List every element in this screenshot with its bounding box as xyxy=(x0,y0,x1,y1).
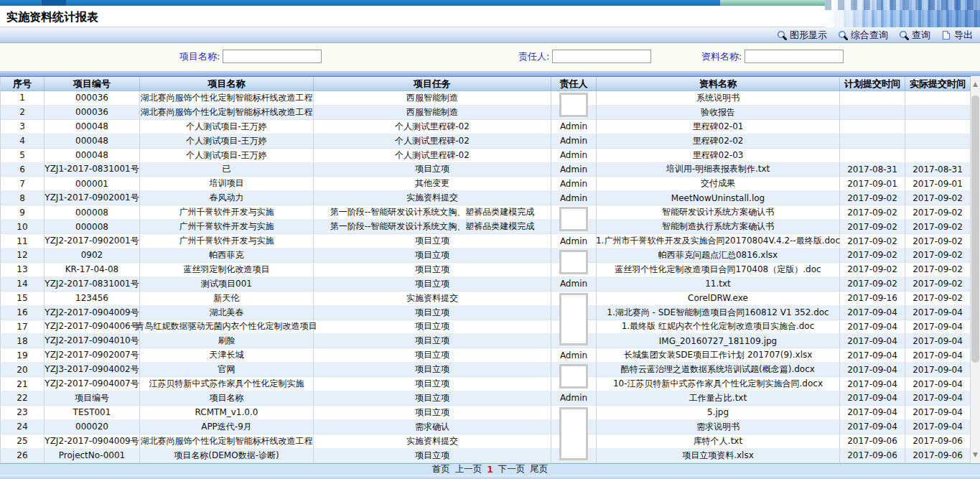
cell-doc-name: 培训用-明细表报表制作.txt xyxy=(597,163,840,177)
doc-name-input[interactable] xyxy=(745,50,844,63)
cell-project-code: 000020 xyxy=(45,420,140,434)
project-name-input[interactable] xyxy=(223,50,322,63)
cell-project-name: 湖北赛尚服饰个性化定制智能标杆线改造工程 xyxy=(140,106,314,120)
cell-doc-name: 交付成果 xyxy=(597,177,840,191)
table-row[interactable]: 25YZJ2-2017-0904009号湖北赛尚服饰个性化定制智能标杆线改造工程… xyxy=(0,434,971,449)
cell-project-code: YZJ2-2017-0904007号 xyxy=(45,377,140,391)
cell-project-task: 项目立项 xyxy=(314,391,551,406)
table-row[interactable]: 1000036湖北赛尚服饰个性化定制智能标杆线改造工程西服智能制造系统说明书 xyxy=(0,91,971,106)
table-row[interactable]: 6YZJ1-2017-0831001号已项目立项Admin培训用-明细表报表制作… xyxy=(0,163,971,177)
cell-plan-date: 2017-09-01 xyxy=(840,177,905,191)
cell-owner xyxy=(551,363,597,377)
cell-doc-name: 项目立项资料.xlsx xyxy=(597,449,840,463)
cell-actual-date: 2017-09-06 xyxy=(905,434,971,449)
export-label: 导出 xyxy=(954,29,973,42)
cell-project-code: 123456 xyxy=(45,292,140,306)
avatar-placeholder xyxy=(559,93,588,117)
col-header-project-name[interactable]: 项目名称 xyxy=(140,77,314,90)
cell-project-code: YZJ2-2017-0904010号 xyxy=(45,334,140,348)
cell-project-task: 项目立项 xyxy=(314,377,551,391)
avatar-placeholder xyxy=(559,407,588,460)
pagination-next[interactable]: 下一页 xyxy=(498,463,526,475)
cell-index: 17 xyxy=(0,320,45,335)
table-row[interactable]: 24000020APP迭代-9月需求确认需求说明书2017-09-042017-… xyxy=(0,420,971,434)
project-name-label: 项目名称: xyxy=(179,50,220,63)
owner-input[interactable] xyxy=(552,50,651,63)
cell-plan-date: 2017-09-02 xyxy=(840,234,905,248)
cell-project-task: 第一阶段--智能研发设计系统文胸、塑裤品类建模完成 xyxy=(314,205,551,220)
export-button[interactable]: 导出 xyxy=(941,29,973,42)
cell-plan-date: 2017-09-02 xyxy=(840,277,905,292)
table-row[interactable]: 9000008广州千誉软件开发与实施第一阶段--智能研发设计系统文胸、塑裤品类建… xyxy=(0,205,971,220)
cell-doc-name: 酷特云蓝治理之道数据系统培训试题(概念篇).docx xyxy=(597,363,840,377)
table-row[interactable]: 4000048个人测试项目-王万婷个人测试里程碑-02Admin里程碑02-02 xyxy=(0,134,971,149)
advanced-query-button[interactable]: 综合查询 xyxy=(838,29,888,42)
col-header-doc-name[interactable]: 资料名称 xyxy=(597,77,840,90)
cell-index: 15 xyxy=(0,292,45,306)
vertical-scrollbar[interactable]: ▲ ▼ xyxy=(971,77,980,463)
table-row[interactable]: 13KR-17-04-08蓝丝羽定制化改造项目项目立项蓝丝羽个性化定制改造项目合… xyxy=(0,263,971,277)
cell-project-task: 项目立项 xyxy=(314,406,551,420)
table-row[interactable]: 23TEST001RCMTM_v1.0.0项目立项5.jpg2017-09-04… xyxy=(0,406,971,420)
table-row[interactable]: 21YZJ2-2017-0904007号江苏贝特新中式苏作家具个性化定制实施项目… xyxy=(0,377,971,391)
cell-project-code: 项目编号 xyxy=(45,391,140,406)
table-row[interactable]: 26ProjectNo-0001项目名称(DEMO数据-诊断)项目立项项目立项资… xyxy=(0,449,971,463)
cell-project-code: ProjectNo-0001 xyxy=(45,449,140,463)
cell-index: 10 xyxy=(0,220,45,234)
cell-project-task: 实施资料提交 xyxy=(314,292,551,306)
cell-owner: Admin xyxy=(551,120,597,134)
cell-project-name: 已 xyxy=(140,163,314,177)
col-header-index[interactable]: 序号 xyxy=(0,77,45,90)
scroll-up-icon[interactable]: ▲ xyxy=(971,78,980,90)
col-header-project-code[interactable]: 项目编号 xyxy=(45,77,140,90)
cell-actual-date: 2017-09-02 xyxy=(905,277,971,292)
col-header-project-task[interactable]: 项目任务 xyxy=(314,77,551,90)
cell-actual-date xyxy=(905,149,971,163)
col-header-plan-date[interactable]: 计划提交时间 xyxy=(840,77,905,90)
cell-project-code: 000036 xyxy=(45,91,140,106)
table-row[interactable]: 3000048个人测试项目-王万婷个人测试里程碑-02Admin里程碑02-01 xyxy=(0,120,971,134)
cell-project-code: YZJ2-2017-0904009号 xyxy=(45,434,140,449)
table-row[interactable]: 120902帕西菲克项目立项帕西菲克问题点汇总0816.xlsx2017-09-… xyxy=(0,248,971,263)
scrollbar-thumb[interactable] xyxy=(971,96,979,363)
pagination-prev[interactable]: 上一页 xyxy=(455,463,482,475)
table-row[interactable]: 8YZJ1-2017-0902001号春风动力实施资料提交AdminMeetNo… xyxy=(0,191,971,205)
cell-actual-date: 2017-09-04 xyxy=(905,363,971,377)
cell-actual-date xyxy=(905,120,971,134)
table-row[interactable]: 19YZJ2-2017-0902007号天津长城项目立项Admin长城集团女装S… xyxy=(0,348,971,363)
cell-doc-name: 库特个人.txt xyxy=(597,434,840,449)
table-row[interactable]: 20YZJ3-2017-0904002号官网项目立项酷特云蓝治理之道数据系统培训… xyxy=(0,363,971,377)
cell-project-name: 广州千誉软件开发与实施 xyxy=(140,205,314,220)
owner-label: 责任人: xyxy=(518,50,549,63)
cell-project-code: YZJ2-2017-0904009号 xyxy=(45,306,140,320)
cell-actual-date: 2017-09-02 xyxy=(905,234,971,248)
filter-bar: 项目名称: 责任人: 资料名称: xyxy=(0,43,980,71)
cell-index: 3 xyxy=(0,120,45,134)
table-row[interactable]: 11YZJ2-2017-0902001号广州千誉软件开发与实施项目立项Admin… xyxy=(0,234,971,248)
table-row[interactable]: 22项目编号项目名称项目立项Admin工作量占比.txt2017-09-0420… xyxy=(0,391,971,406)
pagination-first[interactable]: 首页 xyxy=(432,463,450,475)
cell-plan-date: 2017-09-02 xyxy=(840,205,905,220)
query-button[interactable]: 查询 xyxy=(899,29,930,42)
scroll-down-icon[interactable]: ▼ xyxy=(971,449,980,460)
table-row[interactable]: 14YZJ2-2017-0831001号测试项目001项目立项Admin11.t… xyxy=(0,277,971,292)
cell-doc-name: CorelDRW.exe xyxy=(597,292,840,306)
cell-index: 20 xyxy=(0,363,45,377)
table-row[interactable]: 18YZJ2-2017-0904010号刷脸项目立项IMG_20160727_1… xyxy=(0,334,971,348)
graph-display-button[interactable]: 图形显示 xyxy=(777,29,827,42)
table-row[interactable]: 17YZJ2-2017-0904006号青岛红妮数据驱动无菌内衣个性化定制改造项… xyxy=(0,320,971,335)
table-row[interactable]: 7000001培训项目其他变更Admin交付成果2017-09-012017-0… xyxy=(0,177,971,191)
cell-doc-name: 蓝丝羽个性化定制改造项目合同170408（定版）.doc xyxy=(597,263,840,277)
table-row[interactable]: 15123456新天伦实施资料提交CorelDRW.exe2017-09-162… xyxy=(0,292,971,306)
col-header-owner[interactable]: 责任人 xyxy=(551,77,597,90)
pagination-last[interactable]: 尾页 xyxy=(530,463,548,475)
table-row[interactable]: 5000048个人测试项目-王万婷个人测试里程碑-02Admin里程碑02-03 xyxy=(0,149,971,163)
col-header-actual-date[interactable]: 实际提交时间 xyxy=(905,77,971,90)
magnifier-icon xyxy=(838,30,848,40)
cell-project-name: 广州千誉软件开发与实施 xyxy=(140,234,314,248)
cell-doc-name: 长城集团女装SDE项目工作计划 201707(9).xlsx xyxy=(597,348,840,363)
table-row[interactable]: 10000008广州千誉软件开发与实施第一阶段--智能研发设计系统文胸、塑裤品类… xyxy=(0,220,971,234)
cell-doc-name: 1.最终版 红妮内衣个性化定制改造项目实施合.doc xyxy=(597,320,840,335)
table-row[interactable]: 16YZJ2-2017-0904009号湖北美春项目立项1.湖北赛尚 - SDE… xyxy=(0,306,971,320)
table-row[interactable]: 2000036湖北赛尚服饰个性化定制智能标杆线改造工程西服智能制造验收报告 xyxy=(0,106,971,120)
